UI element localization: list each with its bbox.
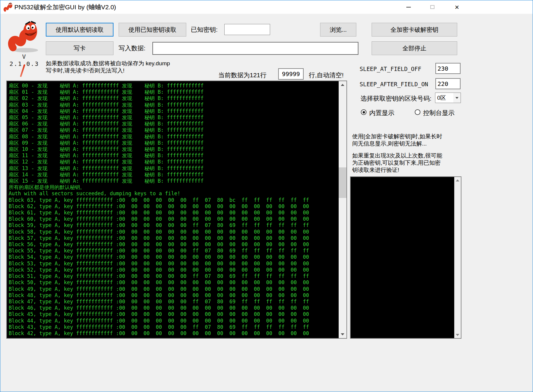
chevron-down-icon [455, 97, 458, 99]
current-data-label: 当前数据为121行 [218, 71, 266, 79]
block-select-dropdown[interactable]: 0区 [435, 93, 461, 103]
sleep-after-field-on-input[interactable] [435, 78, 461, 89]
app-logo-icon [3, 2, 13, 12]
read-default-key-button[interactable]: 使用默认密钥读取 [46, 23, 113, 37]
maximize-icon [430, 5, 434, 9]
window-title: PN532破解全加密GUI by (蛐蛐V2.0) [14, 0, 116, 14]
close-icon: ✕ [455, 4, 459, 10]
triangle-up-icon [456, 179, 459, 181]
sleep-at-field-off-input[interactable] [435, 63, 461, 74]
repeat-key-note: 如果重复出现3次及以上次数,很可能 为正确密钥,可以复制下来,用已知密 钥读取来… [352, 152, 466, 174]
maximize-button[interactable] [423, 0, 442, 14]
dropdown-arrow-button[interactable] [453, 93, 461, 103]
block-select-label: 选择获取密钥的区块号码: [361, 94, 431, 103]
browse-button[interactable]: 浏览... [320, 23, 356, 37]
known-key-label: 已知密钥: [191, 25, 218, 34]
triangle-up-icon [341, 84, 344, 86]
write-card-button[interactable]: 写卡 [46, 41, 113, 55]
crack-encrypted-card-button[interactable]: 全加密卡破解密钥 [372, 23, 457, 37]
result-scroll-down-button[interactable] [454, 332, 461, 338]
radio-builtin-display-label[interactable]: 内置显示 [369, 109, 394, 117]
terminal-scrollbar-thumb[interactable] [339, 167, 346, 198]
scroll-up-button[interactable] [339, 81, 346, 89]
scroll-down-button[interactable] [339, 331, 346, 338]
write-data-input[interactable] [152, 42, 358, 55]
worm-logo [8, 20, 40, 53]
sleep-at-field-off-label: SLEEP_AT_FIELD_OFF [360, 66, 421, 72]
minimize-icon [406, 7, 411, 7]
save-hint-text: 如果数据读取成功,数据将被自动保存为 key.dump 写卡时,请先读卡!否则无… [46, 60, 170, 74]
sleep-after-field-on-label: SLEEP_AFTER_FIELD_ON [360, 81, 428, 87]
auto-clear-lines-input[interactable] [278, 68, 304, 80]
radio-selected-dot [363, 111, 365, 113]
result-scrollbar[interactable] [454, 177, 461, 338]
radio-console-display[interactable] [415, 109, 420, 115]
stop-all-button[interactable]: 全部停止 [372, 41, 457, 55]
titlebar: PN532破解全加密GUI by (蛐蛐V2.0) ✕ [0, 0, 533, 14]
terminal-output: 扇区 00 - 发现 秘钥 A: ffffffffffff 发现 秘钥 B: f… [9, 83, 337, 337]
auto-clear-label: 行,自动清空! [309, 71, 344, 79]
radio-builtin-display[interactable] [361, 109, 367, 115]
write-data-label: 写入数据: [119, 44, 146, 52]
result-scroll-up-button[interactable] [454, 177, 461, 184]
crack-result-panel [350, 176, 461, 339]
close-button[interactable]: ✕ [447, 0, 467, 14]
terminal-panel: 扇区 00 - 发现 秘钥 A: ffffffffffff 发现 秘钥 B: f… [6, 81, 347, 339]
triangle-down-icon [341, 333, 344, 335]
terminal-scrollbar[interactable] [339, 81, 346, 338]
triangle-down-icon [456, 334, 459, 336]
minimize-button[interactable] [399, 0, 418, 14]
radio-console-display-label[interactable]: 控制台显示 [423, 109, 455, 117]
read-known-key-button[interactable]: 使用已知密钥读取 [119, 23, 186, 37]
crack-usage-note: 使用[全加密卡破解密钥]时,如果长时 间无信息显示,则密钥无法解... [352, 133, 466, 147]
block-select-value: 0区 [435, 93, 453, 103]
app-window: PN532破解全加密GUI by (蛐蛐V2.0) ✕ V 2.1.0.3 使用… [0, 0, 533, 392]
known-key-input[interactable] [224, 24, 270, 35]
